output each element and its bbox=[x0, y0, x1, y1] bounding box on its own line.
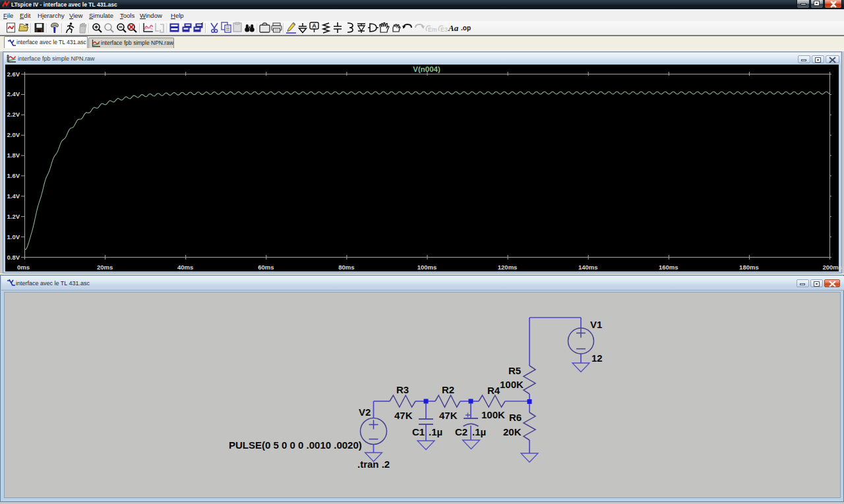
svg-text:R4: R4 bbox=[487, 385, 500, 396]
svg-text:1.6V: 1.6V bbox=[7, 172, 20, 179]
svg-text:.1µ: .1µ bbox=[429, 426, 442, 437]
svg-text:180ms: 180ms bbox=[739, 264, 759, 271]
svg-text:V2: V2 bbox=[359, 406, 371, 418]
svg-text:1.2V: 1.2V bbox=[7, 213, 20, 220]
svg-text:200ms: 200ms bbox=[822, 264, 842, 271]
svg-text:.1µ: .1µ bbox=[472, 426, 486, 437]
svg-text:40ms: 40ms bbox=[177, 264, 193, 271]
svg-text:100ms: 100ms bbox=[417, 264, 437, 271]
svg-text:160ms: 160ms bbox=[659, 264, 678, 271]
svg-text:2.6V: 2.6V bbox=[7, 70, 20, 78]
svg-text:.tran .2: .tran .2 bbox=[357, 459, 390, 470]
svg-text:2.2V: 2.2V bbox=[7, 111, 20, 118]
svg-text:V(n004): V(n004) bbox=[413, 65, 440, 73]
svg-text:E3: E3 bbox=[440, 26, 448, 33]
svg-text:120ms: 120ms bbox=[498, 264, 518, 271]
svg-text:PULSE(0 5 0 0 0 .0010 .0020): PULSE(0 5 0 0 0 .0010 .0020) bbox=[229, 439, 362, 451]
svg-text:R3: R3 bbox=[396, 384, 409, 395]
svg-text:Aa: Aa bbox=[448, 23, 459, 33]
svg-text:.op: .op bbox=[461, 24, 471, 32]
svg-text:12: 12 bbox=[591, 352, 603, 364]
svg-text:0.8V: 0.8V bbox=[7, 254, 20, 261]
svg-text:R6: R6 bbox=[509, 412, 522, 423]
svg-text:100K: 100K bbox=[500, 379, 524, 390]
svg-text:20K: 20K bbox=[503, 426, 522, 437]
svg-text:A: A bbox=[312, 22, 316, 29]
svg-text:100K: 100K bbox=[481, 409, 505, 420]
svg-text:1.4V: 1.4V bbox=[7, 192, 20, 200]
svg-text:140ms: 140ms bbox=[578, 264, 598, 271]
svg-text:1.8V: 1.8V bbox=[7, 152, 20, 159]
svg-text:2.4V: 2.4V bbox=[7, 90, 20, 98]
svg-text:V1: V1 bbox=[590, 319, 602, 330]
svg-text:R5: R5 bbox=[508, 365, 521, 376]
svg-text:Em: Em bbox=[428, 26, 437, 33]
svg-text:20ms: 20ms bbox=[97, 264, 113, 271]
svg-text:1.0V: 1.0V bbox=[7, 233, 20, 240]
svg-text:0ms: 0ms bbox=[17, 264, 30, 271]
svg-text:60ms: 60ms bbox=[258, 264, 274, 271]
svg-text:R2: R2 bbox=[442, 384, 454, 395]
svg-text:47K: 47K bbox=[394, 410, 413, 421]
svg-text:47K: 47K bbox=[439, 410, 458, 421]
svg-text:C1: C1 bbox=[412, 426, 425, 437]
svg-text:80ms: 80ms bbox=[338, 264, 354, 271]
svg-text:2.0V: 2.0V bbox=[7, 131, 20, 138]
svg-text:C2: C2 bbox=[455, 426, 467, 437]
